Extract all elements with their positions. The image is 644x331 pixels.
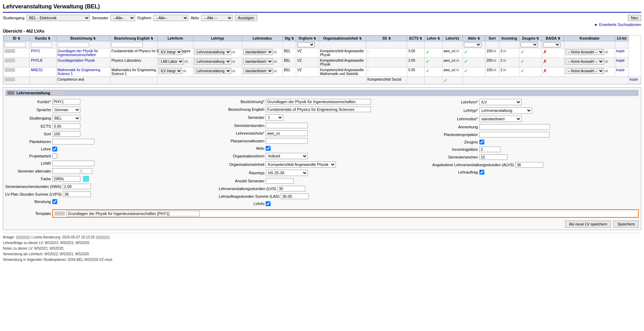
lehrmodus-select-row1[interactable]: standardisiert [243, 49, 273, 55]
col-aktiv[interactable]: Aktiv ⇅ [463, 36, 485, 41]
lvnr-input[interactable] [52, 161, 94, 166]
lehrform-select-row1[interactable]: ILV Integr [159, 49, 182, 55]
anzahl-semester-input[interactable] [266, 178, 294, 184]
cell-kopie[interactable]: kopie [615, 58, 628, 67]
plankostenprojektor-input[interactable] [479, 132, 550, 137]
anzeigen-button[interactable]: Anzeigen [235, 15, 257, 21]
planpersonalkosten-input[interactable] [266, 138, 308, 144]
col-stg[interactable]: Stg ⇅ [283, 36, 296, 41]
col-ects[interactable]: ECTS ⇅ [407, 36, 425, 41]
studiengang-detail-select[interactable]: BEL [52, 115, 80, 121]
col-orgform[interactable]: Orgform ⇅ [296, 36, 319, 41]
kopie-link-row3[interactable]: kopie [616, 68, 625, 72]
col-koordinator[interactable]: Koordinator [564, 36, 615, 41]
lehre-checkbox[interactable] [52, 147, 57, 151]
benotung-checkbox[interactable] [52, 199, 57, 204]
kopie-link-row1[interactable]: kopie [616, 49, 625, 53]
filter-id[interactable] [5, 42, 26, 47]
lvs-input[interactable] [277, 186, 305, 191]
filter-bezeichnung-english[interactable] [111, 42, 143, 47]
lehrmodus-select-row3[interactable]: standardisiert [243, 68, 273, 74]
col-lehre[interactable]: Lehre ⇅ [425, 36, 443, 41]
lehrverzeichnis-input[interactable] [266, 130, 308, 136]
col-ss[interactable]: SS ⇅ [366, 36, 407, 41]
aktiv-select[interactable]: -- Alle -- [201, 15, 233, 21]
bezeichnung-link[interactable]: Mathematik für Engineering Science 1 [58, 68, 103, 76]
lehrtyp-select-row2[interactable]: Lehrveranstaltung [194, 59, 231, 65]
orgform-select[interactable]: --Alle-- [153, 15, 188, 21]
farbe-input[interactable] [52, 176, 80, 182]
kurzbz-input[interactable] [52, 99, 80, 104]
color-swatch[interactable] [83, 176, 89, 182]
cell-kopie[interactable]: kopie [615, 48, 628, 58]
kopie-link-row2[interactable]: kopie [616, 59, 625, 62]
alvs-input[interactable] [515, 162, 543, 168]
col-id[interactable]: ID ⇅ [4, 36, 30, 41]
semesterwochen-input[interactable] [479, 154, 507, 160]
sws-input[interactable] [63, 184, 91, 189]
organisationsform-select[interactable]: Vollzeit [266, 153, 308, 159]
lehrform-select-row3[interactable]: ILV Integr [159, 68, 182, 74]
lehrtyp-select-row1[interactable]: Lehrveranstaltung [194, 49, 231, 55]
lehrauftrag-checkbox[interactable] [479, 170, 484, 175]
organisationseinheit-select[interactable]: Kompetenzfeld Angewandte Physik [266, 161, 336, 168]
studiengang-select[interactable]: BEL - Elektronik [27, 15, 90, 21]
col-incoming[interactable]: Incoming [499, 36, 519, 41]
koordinator-select-row1[interactable]: -- Keine Auswahl -- [565, 49, 604, 55]
col-sort[interactable]: Sort [485, 36, 499, 41]
zeugnis-checkbox[interactable] [479, 140, 484, 144]
col-org-einheit[interactable]: Organisationseinheit ⇅ [319, 36, 366, 41]
drag-handle[interactable] [7, 91, 14, 95]
filter-bezeichnung[interactable] [58, 42, 89, 47]
col-lvint[interactable]: LV-Int [615, 36, 628, 41]
sort-input[interactable] [52, 131, 80, 137]
save-new-button[interactable]: Als neue LV speichern [565, 221, 611, 228]
save-button[interactable]: Speichern [613, 221, 639, 228]
lehrtyp-select-row3[interactable]: Lehrveranstaltung [194, 68, 231, 74]
aktiv-checkbox[interactable] [266, 146, 271, 151]
col-lehrtyp[interactable]: Lehrtyp [193, 36, 242, 41]
cell-kopie4[interactable]: kopie [629, 77, 641, 84]
semesterstunden-input[interactable] [266, 123, 308, 128]
planlektoren-input[interactable] [52, 139, 94, 144]
neu-button[interactable]: Neu [628, 15, 641, 21]
col-zeugnis[interactable]: Zeugnis ⇅ [519, 36, 542, 41]
filter-zeugnis[interactable] [520, 42, 538, 47]
anmerkung-input[interactable] [479, 124, 550, 130]
bezeichnung-link[interactable]: Grundlagenlabor Physik [58, 59, 95, 62]
lehrauftragsstunden-input[interactable] [281, 194, 309, 199]
advanced-search-link[interactable]: ► Erweiterte Suchoptionen [3, 22, 641, 27]
semester-alt-input2[interactable] [82, 168, 92, 174]
col-bada[interactable]: BA/DA ⇅ [542, 36, 564, 41]
projektarbeit-checkbox[interactable] [52, 154, 57, 158]
koordinator-select-row2[interactable]: -- Keine Auswahl -- [565, 59, 604, 65]
filter-aktiv[interactable] [464, 42, 482, 47]
lehrform-detail-select[interactable]: ILV [479, 99, 522, 105]
koordinator-select-row3[interactable]: -- Keine Auswahl -- [565, 68, 604, 74]
incomingplaetze-input[interactable] [479, 147, 500, 152]
sprache-select[interactable]: German [52, 107, 80, 113]
lehrtyp-detail-select[interactable]: Lehrveranstaltung [479, 107, 532, 114]
kurzbz-link[interactable]: PHYLB [31, 59, 42, 62]
bezeichnung-input[interactable] [266, 99, 371, 104]
filter-bada[interactable] [543, 42, 560, 47]
col-lehrform[interactable]: Lehrform [158, 36, 193, 41]
col-lehrmodus[interactable]: Lehrmodus [242, 36, 283, 41]
ects-input[interactable] [52, 123, 80, 129]
lehrform-select-row2[interactable]: LAB Labor [159, 59, 184, 65]
semester-alt-input[interactable] [52, 168, 80, 174]
col-bezeichnung-english[interactable]: Bezeichnung English ⇅ [110, 36, 158, 41]
kopie-link-row4[interactable]: kopie [630, 77, 638, 81]
bezeichnung-link[interactable]: Grundlagen der Physik für Ingenieurwisse… [58, 49, 103, 57]
col-kurzbz[interactable]: Kurzbz ⇅ [30, 36, 56, 41]
filter-kurzbz[interactable] [31, 42, 52, 47]
bezeichnung-english-input[interactable] [266, 107, 371, 112]
col-lehrevz[interactable]: LehreVz [442, 36, 463, 41]
kurzbz-link[interactable]: MAES1 [31, 68, 43, 72]
template-input[interactable] [66, 211, 200, 216]
semester-select[interactable]: --Alle-- [111, 15, 135, 21]
cell-kopie[interactable]: kopie [615, 67, 628, 77]
lehrmodus-select-row2[interactable]: standardisiert [243, 59, 273, 65]
kurzbz-link[interactable]: PHY1 [31, 49, 40, 53]
raumtyp-select[interactable]: HS 25-38 [266, 170, 308, 176]
